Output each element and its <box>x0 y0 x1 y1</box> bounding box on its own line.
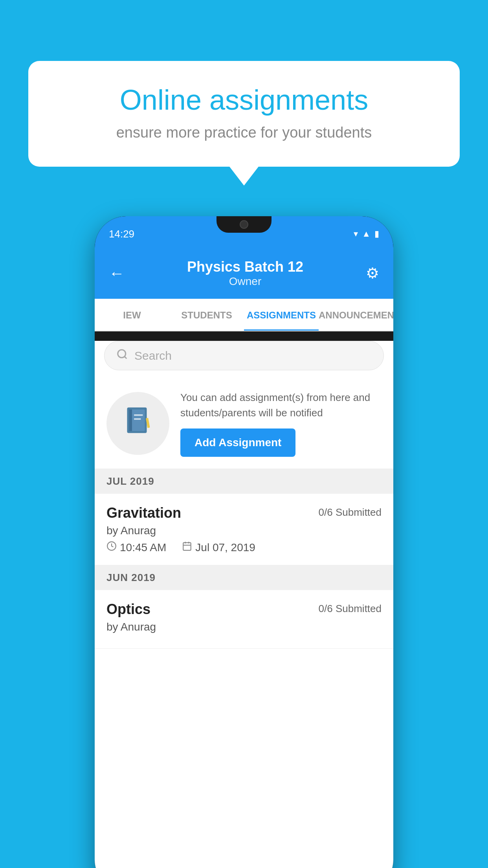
svg-rect-5 <box>134 414 143 416</box>
svg-rect-9 <box>183 542 191 550</box>
phone-frame: 14:29 ▾ ▲ ▮ ← Physics Batch 12 Owner ⚙ I… <box>95 216 393 868</box>
assignment-name-gravitation: Gravitation <box>106 505 181 521</box>
assignment-date-value: Jul 07, 2019 <box>195 541 255 554</box>
section-header-jul: JUL 2019 <box>95 469 393 494</box>
screen-content: Search <box>95 341 393 868</box>
svg-rect-4 <box>129 410 132 431</box>
speech-bubble-title: Online assignments <box>56 85 432 116</box>
add-assignment-promo: You can add assignment(s) from here and … <box>95 378 393 469</box>
battery-icon: ▮ <box>374 229 379 239</box>
svg-point-0 <box>118 350 126 358</box>
camera <box>240 220 248 229</box>
assignment-row-top: Gravitation 0/6 Submitted <box>106 505 382 521</box>
promo-text: You can add assignment(s) from here and … <box>180 390 382 421</box>
notebook-icon <box>122 405 154 442</box>
assignment-date-gravitation: Jul 07, 2019 <box>182 541 255 554</box>
assignment-meta-row-gravitation: 10:45 AM Jul 07, 2019 <box>106 541 382 554</box>
wifi-icon: ▾ <box>354 229 358 239</box>
assignment-submitted-gravitation: 0/6 Submitted <box>319 506 382 519</box>
assignment-row-top-optics: Optics 0/6 Submitted <box>106 601 382 618</box>
app-header: ← Physics Batch 12 Owner ⚙ <box>95 252 393 299</box>
tabs-bar: IEW STUDENTS ASSIGNMENTS ANNOUNCEMENTS <box>95 299 393 331</box>
assignment-time-value: 10:45 AM <box>120 541 166 554</box>
status-time: 14:29 <box>109 228 134 240</box>
section-header-jun: JUN 2019 <box>95 565 393 590</box>
signal-icon: ▲ <box>362 229 371 239</box>
assignment-time-gravitation: 10:45 AM <box>106 541 166 554</box>
header-subtitle: Owner <box>187 275 303 288</box>
tab-students[interactable]: STUDENTS <box>169 299 244 331</box>
promo-right: You can add assignment(s) from here and … <box>180 390 382 457</box>
back-button[interactable]: ← <box>109 265 125 282</box>
status-icons: ▾ ▲ ▮ <box>354 229 379 239</box>
calendar-icon <box>182 541 192 554</box>
header-title: Physics Batch 12 <box>187 259 303 275</box>
search-icon <box>116 348 128 363</box>
clock-icon <box>106 541 117 554</box>
search-placeholder: Search <box>134 349 172 362</box>
speech-bubble-subtitle: ensure more practice for your students <box>56 124 432 141</box>
tab-assignments[interactable]: ASSIGNMENTS <box>244 299 319 331</box>
assignment-item-optics[interactable]: Optics 0/6 Submitted by Anurag <box>95 590 393 649</box>
speech-bubble: Online assignments ensure more practice … <box>28 61 460 167</box>
assignment-item-gravitation[interactable]: Gravitation 0/6 Submitted by Anurag 10:4… <box>95 494 393 565</box>
svg-rect-6 <box>134 418 141 420</box>
phone-wrapper: 14:29 ▾ ▲ ▮ ← Physics Batch 12 Owner ⚙ I… <box>95 216 393 868</box>
promo-icon-circle <box>106 392 169 455</box>
assignment-submitted-optics: 0/6 Submitted <box>319 603 382 615</box>
tab-announcements[interactable]: ANNOUNCEMENTS <box>319 299 393 331</box>
search-bar[interactable]: Search <box>104 341 384 370</box>
notch <box>216 216 272 233</box>
assignment-author-optics: by Anurag <box>106 621 382 633</box>
svg-line-1 <box>125 357 127 359</box>
settings-icon[interactable]: ⚙ <box>366 265 379 282</box>
assignment-name-optics: Optics <box>106 601 150 618</box>
speech-bubble-container: Online assignments ensure more practice … <box>28 61 460 167</box>
assignment-author-gravitation: by Anurag <box>106 524 382 537</box>
status-bar: 14:29 ▾ ▲ ▮ <box>95 216 393 252</box>
header-center: Physics Batch 12 Owner <box>187 259 303 288</box>
add-assignment-button[interactable]: Add Assignment <box>180 428 295 457</box>
tab-iew[interactable]: IEW <box>95 299 169 331</box>
